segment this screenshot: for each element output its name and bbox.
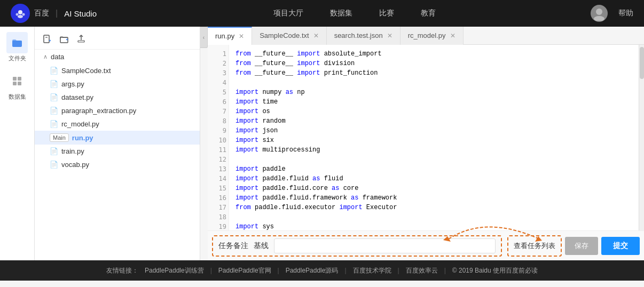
file-label-paragraph: paragraph_extraction.py — [61, 107, 136, 115]
file-icon-dataset: 📄 — [50, 93, 58, 101]
svg-rect-11 — [44, 35, 49, 43]
svg-point-5 — [594, 16, 604, 21]
file-item-vocab[interactable]: 📄 vocab.py — [35, 158, 200, 171]
file-label-args: args.py — [61, 80, 84, 88]
bottom-bar: 任务备注 基线 查看任务列表 保存 提交 — [208, 230, 644, 260]
footer-link-1[interactable]: PaddlePaddle训练营 — [145, 266, 204, 275]
view-tasks-button[interactable]: 查看任务列表 — [514, 241, 555, 251]
baseline-label: 基线 — [254, 241, 269, 251]
tab-rc-model[interactable]: rc_model.py ✕ — [400, 27, 464, 45]
upload-icon[interactable] — [75, 33, 87, 45]
file-item-rcmodel[interactable]: 📄 rc_model.py — [35, 117, 200, 131]
tab-samplecode[interactable]: SampleCode.txt ✕ — [252, 27, 327, 45]
sidebar-item-datasets[interactable]: 数据集 — [6, 70, 28, 101]
logo-baidu-text: 百度 — [34, 9, 49, 18]
grid-icon — [6, 70, 28, 92]
file-item-dataset[interactable]: 📄 dataset.py — [35, 91, 200, 104]
folder-label: data — [51, 53, 64, 61]
footer-copyright: © 2019 Baidu 使用百度前必读 — [452, 266, 538, 275]
main-badge: Main — [50, 133, 69, 142]
scrollbar-thumb[interactable] — [640, 47, 644, 79]
file-tree-toolbar — [35, 31, 200, 50]
footer-link-4[interactable]: 百度技术学院 — [353, 266, 391, 275]
logo-divider: | — [56, 9, 58, 18]
svg-point-3 — [18, 15, 23, 18]
svg-rect-9 — [13, 82, 17, 85]
save-button[interactable]: 保存 — [565, 237, 598, 255]
svg-point-4 — [596, 9, 602, 15]
main-layout: 文件夹 数据集 — [0, 27, 644, 260]
file-icon-vocab: 📄 — [50, 161, 58, 169]
nav-projects[interactable]: 项目大厅 — [273, 9, 303, 18]
footer-link-3[interactable]: PaddlePaddle源码 — [286, 266, 339, 275]
svg-point-0 — [18, 10, 22, 14]
tab-label-search-test: search.test.json — [334, 31, 383, 39]
svg-rect-10 — [18, 82, 21, 85]
tab-close-rc-model[interactable]: ✕ — [450, 32, 455, 39]
sidebar-item-files[interactable]: 文件夹 — [6, 32, 28, 62]
nav-links: 项目大厅 数据集 比赛 教育 — [118, 9, 591, 18]
baidu-logo — [11, 4, 30, 23]
nav-education[interactable]: 教育 — [421, 9, 436, 18]
svg-point-1 — [16, 13, 19, 16]
file-icon-args: 📄 — [50, 80, 58, 88]
new-folder-icon[interactable] — [58, 33, 70, 45]
collapse-handle[interactable]: ‹ — [200, 27, 208, 48]
nav-right: 帮助 — [591, 5, 633, 22]
file-item-train[interactable]: 📄 train.py — [35, 145, 200, 158]
svg-rect-8 — [18, 77, 21, 81]
studio-label: AI Studio — [64, 9, 97, 18]
action-section: 查看任务列表 保存 提交 — [507, 235, 640, 257]
footer-link-2[interactable]: PaddlePaddle官网 — [218, 266, 271, 275]
file-icon-train: 📄 — [50, 147, 58, 155]
view-tasks-wrapper: 查看任务列表 — [507, 235, 562, 257]
sidebar-label-datasets: 数据集 — [9, 93, 26, 101]
task-input[interactable] — [274, 238, 496, 253]
svg-point-2 — [22, 13, 25, 16]
editor-area: run.py ✕ SampleCode.txt ✕ search.test.js… — [208, 27, 644, 260]
tab-label-run-py: run.py — [215, 32, 234, 40]
file-tree: ∧ data 📄 SampleCode.txt 📄 args.py 📄 data… — [35, 27, 200, 260]
tab-close-run-py[interactable]: ✕ — [239, 33, 244, 40]
file-item-paragraph[interactable]: 📄 paragraph_extraction.py — [35, 104, 200, 117]
tab-close-samplecode[interactable]: ✕ — [313, 32, 319, 39]
file-label-vocab: vocab.py — [61, 161, 89, 169]
file-label-dataset: dataset.py — [61, 93, 93, 101]
tab-close-search-test[interactable]: ✕ — [387, 32, 392, 39]
file-item-samplecode[interactable]: 📄 SampleCode.txt — [35, 64, 200, 77]
svg-rect-7 — [13, 77, 17, 81]
vertical-scrollbar[interactable] — [639, 45, 644, 230]
editor-container: 123456789101112131415161718192021222324 … — [208, 45, 644, 230]
code-content[interactable]: from __future__ import absolute_import f… — [229, 45, 639, 230]
code-editor[interactable]: 123456789101112131415161718192021222324 … — [208, 45, 639, 230]
svg-rect-18 — [78, 41, 84, 42]
file-label-samplecode: SampleCode.txt — [61, 67, 111, 75]
folder-icon — [6, 32, 28, 53]
tab-search-test[interactable]: search.test.json ✕ — [327, 27, 400, 45]
tab-label-rc-model: rc_model.py — [408, 31, 446, 39]
file-label-train: train.py — [61, 147, 84, 155]
submit-button[interactable]: 提交 — [601, 237, 640, 255]
footer: 友情链接： PaddlePaddle训练营 | PaddlePaddle官网 |… — [0, 260, 644, 281]
file-item-args[interactable]: 📄 args.py — [35, 77, 200, 91]
editor-tabs: run.py ✕ SampleCode.txt ✕ search.test.js… — [208, 27, 644, 45]
new-file-icon[interactable] — [41, 33, 53, 45]
logo-area: 百度 | AI Studio — [11, 4, 97, 23]
avatar[interactable] — [591, 5, 608, 22]
file-item-run[interactable]: Main run.py — [35, 131, 200, 145]
help-link[interactable]: 帮助 — [618, 9, 633, 18]
file-icon-rcmodel: 📄 — [50, 120, 58, 128]
file-label-run: run.py — [72, 134, 93, 142]
file-icon-samplecode: 📄 — [50, 67, 58, 75]
footer-link-5[interactable]: 百度效率云 — [406, 266, 438, 275]
folder-chevron-icon: ∧ — [43, 53, 48, 60]
sidebar-label-files: 文件夹 — [9, 54, 26, 62]
tab-label-samplecode: SampleCode.txt — [260, 31, 309, 39]
folder-data[interactable]: ∧ data — [35, 50, 200, 64]
sidebar: 文件夹 数据集 — [0, 27, 35, 260]
task-notes-label: 任务备注 — [218, 241, 248, 251]
tab-run-py[interactable]: run.py ✕ — [208, 27, 252, 45]
nav-competition[interactable]: 比赛 — [379, 9, 394, 18]
file-label-rcmodel: rc_model.py — [61, 120, 99, 128]
nav-datasets[interactable]: 数据集 — [330, 9, 352, 18]
